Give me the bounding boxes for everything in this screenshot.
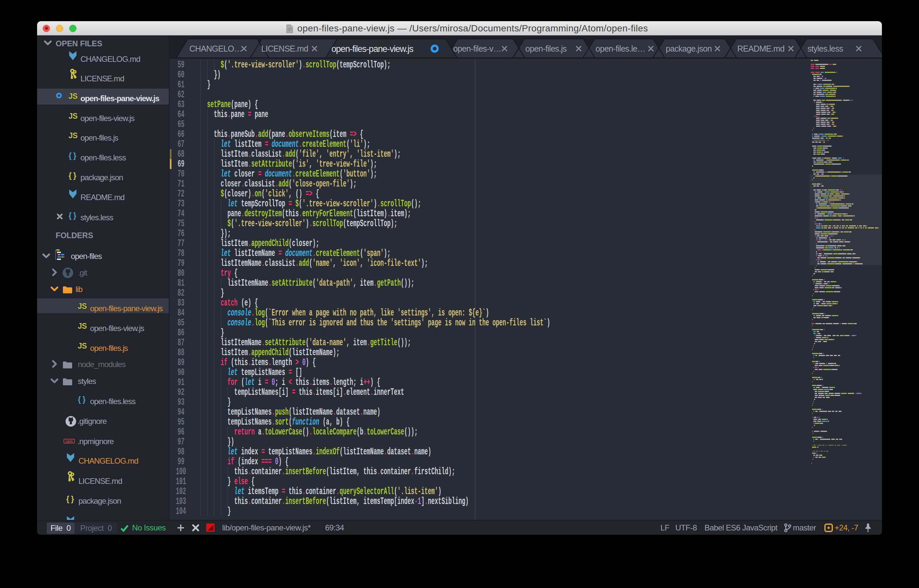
svg-text:open-files.le…: open-files.le… <box>596 44 645 53</box>
svg-text:open-files-pane-view.js: open-files-pane-view.js <box>331 44 413 54</box>
svg-text:CHANGELO…: CHANGELO… <box>190 44 242 53</box>
svg-text:styles.less: styles.less <box>807 44 843 53</box>
svg-text:LICENSE.md: LICENSE.md <box>261 44 308 53</box>
svg-text:README.md: README.md <box>737 44 784 53</box>
svg-text:open-files-v…: open-files-v… <box>453 44 501 53</box>
svg-text:open-files.js: open-files.js <box>525 44 566 53</box>
svg-text:npm: npm <box>66 439 73 443</box>
svg-text:package.json: package.json <box>666 44 712 53</box>
